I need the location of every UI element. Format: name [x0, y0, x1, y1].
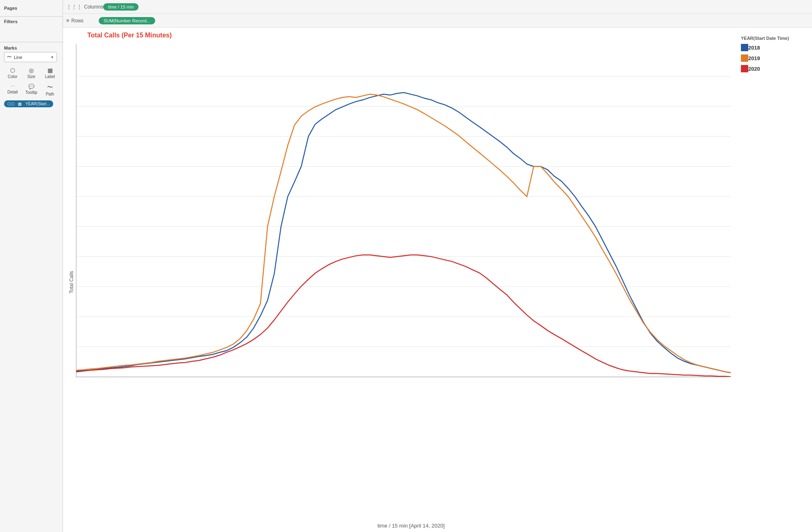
label-label: Label: [45, 74, 55, 79]
columns-pill[interactable]: time / 15 min: [103, 3, 139, 11]
pill-label: ▦ YEAR(Start...: [16, 102, 50, 106]
marks-section: Marks 〜 Line ▼ ⬡ Color ◎ Size ▦ Label: [0, 42, 63, 529]
legend-color-2018: [741, 44, 748, 51]
chart-area: Total Calls: [67, 44, 731, 520]
path-icon: 〜: [47, 84, 53, 91]
size-button[interactable]: ◎ Size: [23, 65, 40, 80]
marks-type-label: Line: [14, 55, 50, 60]
pages-label: Pages: [4, 6, 58, 11]
color-button[interactable]: ⬡ Color: [4, 65, 21, 80]
tooltip-icon: 💬: [28, 84, 35, 89]
label-icon: ▦: [48, 67, 53, 74]
columns-icon: ⋮⋮⋮: [66, 4, 82, 10]
legend-color-2019: [741, 54, 748, 62]
svg-rect-39: [741, 54, 748, 62]
rows-pill[interactable]: SUM(Number Record...: [99, 17, 155, 24]
marks-label: Marks: [4, 46, 58, 50]
line-2020: [76, 255, 731, 377]
sidebar: Pages Filters Marks 〜 Line ▼ ⬡ Color ◎ S…: [0, 0, 63, 532]
line-2018: [76, 93, 731, 373]
chart-main: Total Calls (Per 15 Minutes) Total Calls: [67, 32, 731, 532]
y-axis-label: Total Calls: [67, 44, 76, 520]
marks-type-dropdown[interactable]: 〜 Line ▼: [4, 52, 57, 62]
chart-title: Total Calls (Per 15 Minutes): [87, 32, 731, 39]
columns-label: Columns: [84, 4, 103, 10]
tooltip-label: Tooltip: [26, 90, 37, 95]
rows-icon: ≡: [66, 17, 69, 24]
svg-rect-40: [741, 65, 748, 72]
label-button[interactable]: ▦ Label: [41, 65, 58, 80]
path-label: Path: [46, 92, 54, 96]
columns-toolbar: ⋮⋮⋮ Columns time / 15 min: [63, 0, 812, 14]
chart-legend: YEAR(Start Date Time) 2018 2019: [735, 32, 808, 532]
x-axis-label: time / 15 min [April 14, 2020]: [91, 520, 731, 532]
rows-label-container: ≡ Rows: [66, 17, 99, 24]
pill-dots-icon: ⬡⬡: [7, 102, 15, 106]
legend-color-2020: [741, 65, 748, 72]
detail-icon: ⋯: [11, 84, 15, 89]
detail-button[interactable]: ⋯ Detail: [4, 82, 21, 98]
legend-item-2018: 2018: [741, 44, 802, 51]
size-label: Size: [27, 74, 35, 79]
tooltip-button[interactable]: 💬 Tooltip: [23, 82, 40, 98]
year-field-pill[interactable]: ⬡⬡ ▦ YEAR(Start...: [4, 100, 53, 107]
filters-section: Filters: [0, 17, 63, 42]
legend-item-2019: 2019: [741, 54, 802, 62]
rows-label: Rows: [71, 18, 84, 24]
color-icon: ⬡: [10, 67, 15, 74]
chart-container: Total Calls (Per 15 Minutes) Total Calls: [63, 28, 812, 532]
filters-label: Filters: [4, 19, 58, 24]
detail-label: Detail: [7, 90, 18, 94]
size-icon: ◎: [29, 67, 34, 74]
rows-toolbar: ≡ Rows SUM(Number Record...: [63, 14, 812, 28]
content-area: ⋮⋮⋮ Columns time / 15 min ≡ Rows SUM(Num…: [63, 0, 812, 532]
chart-plot: 0 100 200 300 400 500 600 700 800 900 10…: [76, 44, 731, 377]
color-label: Color: [8, 74, 17, 79]
path-button[interactable]: 〜 Path: [41, 82, 58, 98]
legend-label-2018: 2018: [748, 45, 760, 51]
svg-rect-38: [741, 44, 748, 51]
pages-section: Pages: [0, 3, 63, 17]
legend-title: YEAR(Start Date Time): [741, 36, 802, 41]
line-icon: 〜: [7, 54, 12, 61]
dropdown-arrow-icon: ▼: [50, 55, 54, 59]
line-2019: [76, 94, 731, 373]
chart-svg: 0 100 200 300 400 500 600 700 800 900 10…: [76, 44, 731, 377]
legend-item-2020: 2020: [741, 65, 802, 72]
columns-label-container: ⋮⋮⋮ Columns: [66, 4, 103, 10]
legend-label-2020: 2020: [748, 66, 760, 72]
marks-buttons-grid: ⬡ Color ◎ Size ▦ Label ⋯ Detail 💬 Too: [4, 65, 58, 98]
legend-label-2019: 2019: [748, 55, 760, 61]
